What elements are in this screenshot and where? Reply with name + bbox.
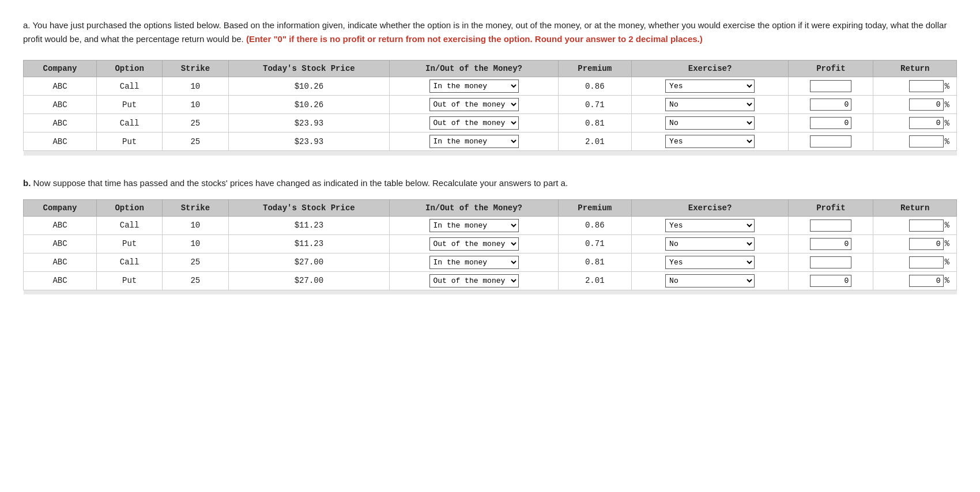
col-return-b: Return (873, 199, 957, 216)
a-exercise-select-3[interactable]: YesNo (665, 135, 755, 148)
b-profit-cell-3[interactable] (789, 271, 873, 290)
a-profit-cell-1[interactable] (789, 96, 873, 114)
a-return-wrapper-1: % (880, 99, 949, 111)
a-profit-input-0[interactable] (810, 80, 851, 92)
a-exercise-select-2[interactable]: YesNo (665, 116, 755, 130)
b-exercise-select-0[interactable]: YesNo (665, 219, 755, 232)
b-exercise-cell-0[interactable]: YesNo (631, 216, 789, 234)
a-profit-input-3[interactable] (810, 135, 851, 147)
b-strike-3: 25 (163, 271, 228, 290)
b-premium-0: 0.86 (558, 216, 631, 234)
a-profit-cell-3[interactable] (789, 133, 873, 151)
b-profit-cell-0[interactable] (789, 216, 873, 234)
a-return-input-0[interactable] (909, 80, 944, 92)
b-exercise-cell-3[interactable]: YesNo (631, 271, 789, 290)
b-return-cell-2[interactable]: % (873, 253, 957, 271)
b-premium-1: 0.71 (558, 234, 631, 253)
b-money-select-1[interactable]: In the moneyOut of the moneyAt the money (429, 237, 519, 251)
b-stock-price-1: $11.23 (228, 234, 390, 253)
b-exercise-select-1[interactable]: YesNo (665, 237, 755, 251)
a-money-cell-0[interactable]: In the moneyOut of the moneyAt the money (390, 77, 558, 96)
a-option-0: Call (96, 77, 162, 96)
b-return-input-1[interactable] (909, 238, 944, 250)
b-strike-0: 10 (163, 216, 228, 234)
b-percent-sign-3: % (945, 276, 949, 285)
a-return-wrapper-2: % (880, 117, 949, 129)
a-exercise-cell-0[interactable]: YesNo (631, 77, 789, 96)
a-return-input-2[interactable] (909, 117, 944, 129)
b-profit-input-2[interactable] (810, 256, 851, 268)
b-profit-input-1[interactable] (810, 238, 851, 250)
a-profit-cell-2[interactable] (789, 114, 873, 133)
b-profit-cell-1[interactable] (789, 234, 873, 253)
b-exercise-select-3[interactable]: YesNo (665, 274, 755, 287)
b-money-cell-0[interactable]: In the moneyOut of the moneyAt the money (390, 216, 558, 234)
col-stock-price-a: Today's Stock Price (228, 60, 390, 77)
b-option-1: Put (96, 234, 162, 253)
a-money-cell-1[interactable]: In the moneyOut of the moneyAt the money (390, 96, 558, 114)
a-return-wrapper-3: % (880, 135, 949, 147)
b-exercise-cell-1[interactable]: YesNo (631, 234, 789, 253)
a-company-0: ABC (24, 77, 97, 96)
b-company-0: ABC (24, 216, 97, 234)
b-strike-1: 10 (163, 234, 228, 253)
a-stock-price-0: $10.26 (228, 77, 390, 96)
a-return-cell-0[interactable]: % (873, 77, 957, 96)
col-money-b: In/Out of the Money? (390, 199, 558, 216)
b-return-cell-3[interactable]: % (873, 271, 957, 290)
bold-red-instruction: (Enter "0" if there is no profit or retu… (246, 34, 703, 44)
col-option-b: Option (96, 199, 162, 216)
a-option-2: Call (96, 114, 162, 133)
a-return-cell-2[interactable]: % (873, 114, 957, 133)
b-profit-input-0[interactable] (810, 219, 851, 232)
b-exercise-cell-2[interactable]: YesNo (631, 253, 789, 271)
b-money-select-2[interactable]: In the moneyOut of the moneyAt the money (429, 256, 519, 269)
a-exercise-select-0[interactable]: YesNo (665, 80, 755, 93)
a-option-3: Put (96, 133, 162, 151)
a-exercise-cell-1[interactable]: YesNo (631, 96, 789, 114)
a-return-input-1[interactable] (909, 99, 944, 111)
b-return-wrapper-0: % (880, 219, 949, 232)
a-return-input-3[interactable] (909, 135, 944, 147)
a-percent-sign-1: % (945, 100, 949, 109)
part-a-label: a. (23, 20, 31, 30)
a-stock-price-1: $10.26 (228, 96, 390, 114)
b-return-input-0[interactable] (909, 219, 944, 232)
a-exercise-select-1[interactable]: YesNo (665, 98, 755, 111)
col-strike-a: Strike (163, 60, 228, 77)
a-return-cell-1[interactable]: % (873, 96, 957, 114)
b-money-select-3[interactable]: In the moneyOut of the moneyAt the money (429, 274, 519, 287)
b-money-cell-1[interactable]: In the moneyOut of the moneyAt the money (390, 234, 558, 253)
b-profit-cell-2[interactable] (789, 253, 873, 271)
a-profit-input-2[interactable] (810, 117, 851, 129)
a-profit-input-1[interactable] (810, 99, 851, 111)
b-exercise-select-2[interactable]: YesNo (665, 256, 755, 269)
a-exercise-cell-2[interactable]: YesNo (631, 114, 789, 133)
b-return-wrapper-2: % (880, 256, 949, 268)
b-percent-sign-1: % (945, 239, 949, 248)
a-premium-3: 2.01 (558, 133, 631, 151)
a-money-cell-2[interactable]: In the moneyOut of the moneyAt the money (390, 114, 558, 133)
a-stock-price-3: $23.93 (228, 133, 390, 151)
a-return-cell-3[interactable]: % (873, 133, 957, 151)
b-return-cell-0[interactable]: % (873, 216, 957, 234)
col-exercise-a: Exercise? (631, 60, 789, 77)
b-profit-input-3[interactable] (810, 275, 851, 287)
b-money-cell-2[interactable]: In the moneyOut of the moneyAt the money (390, 253, 558, 271)
a-exercise-cell-3[interactable]: YesNo (631, 133, 789, 151)
col-company-a: Company (24, 60, 97, 77)
a-money-select-1[interactable]: In the moneyOut of the moneyAt the money (429, 98, 519, 111)
b-money-select-0[interactable]: In the moneyOut of the moneyAt the money (429, 219, 519, 232)
b-money-cell-3[interactable]: In the moneyOut of the moneyAt the money (390, 271, 558, 290)
a-percent-sign-2: % (945, 119, 949, 128)
table-row: ABCPut10$11.23In the moneyOut of the mon… (24, 234, 957, 253)
b-return-cell-1[interactable]: % (873, 234, 957, 253)
a-money-cell-3[interactable]: In the moneyOut of the moneyAt the money (390, 133, 558, 151)
a-money-select-3[interactable]: In the moneyOut of the moneyAt the money (429, 135, 519, 148)
a-profit-cell-0[interactable] (789, 77, 873, 96)
a-money-select-0[interactable]: In the moneyOut of the moneyAt the money (429, 80, 519, 93)
b-return-input-3[interactable] (909, 275, 944, 287)
b-return-input-2[interactable] (909, 256, 944, 268)
b-stock-price-3: $27.00 (228, 271, 390, 290)
a-money-select-2[interactable]: In the moneyOut of the moneyAt the money (429, 116, 519, 130)
